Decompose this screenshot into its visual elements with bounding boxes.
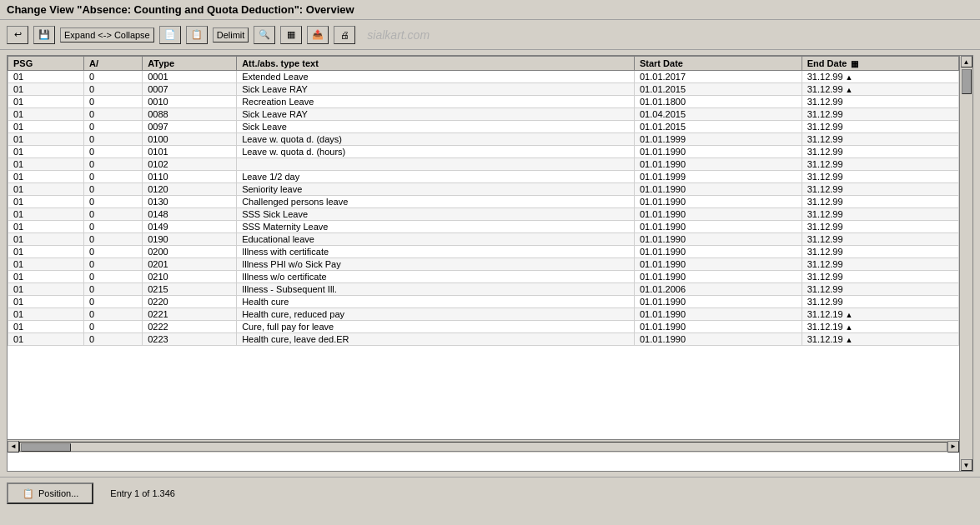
cell-text: Challenged persons leave [237,196,635,208]
undo-button[interactable]: ↩ [7,26,28,44]
cell-start: 01.01.1990 [634,221,802,233]
table-row[interactable]: 0100215Illness - Subsequent Ill.01.01.20… [8,283,959,296]
cell-text: Cure, full pay for leave [237,321,635,333]
cell-aa: 0 [83,83,142,96]
scroll-thumb[interactable] [962,69,972,94]
horiz-scroll-track[interactable] [19,442,947,452]
table-row[interactable]: 0100120Seniority leave01.01.199031.12.99 [8,183,959,196]
tool-btn-3[interactable]: 📤 [307,26,329,44]
tool-btn-4[interactable]: 🖨 [334,26,355,44]
col-header-aa: A/ [83,57,142,71]
tool-btn-1[interactable]: 🔍 [254,26,275,44]
table-row[interactable]: 0100088Sick Leave RAY01.04.201531.12.99 [8,108,959,121]
cell-aa: 0 [83,308,142,321]
copy-button[interactable]: 📄 [159,26,181,44]
cell-text: Health cure, reduced pay [237,308,635,321]
table-row[interactable]: 0100148SSS Sick Leave01.01.199031.12.99 [8,208,959,221]
table-row[interactable]: 010010201.01.199031.12.99 [8,158,959,171]
cell-end: 31.12.19 ▲ [802,321,958,333]
copy-icon: 📄 [163,28,177,42]
cell-aa: 0 [83,183,142,196]
cell-atype: 0088 [143,108,237,121]
cell-atype: 0120 [143,183,237,196]
cell-start: 01.01.1990 [634,196,802,208]
paste-button[interactable]: 📋 [186,26,208,44]
table-row[interactable]: 0100130Challenged persons leave01.01.199… [8,196,959,208]
table-row[interactable]: 0100201Illness PHI w/o Sick Pay01.01.199… [8,258,959,271]
table-row[interactable]: 0100221Health cure, reduced pay01.01.199… [8,308,959,321]
cell-start: 01.04.2015 [634,108,802,121]
cell-text: Illness w/o certificate [237,271,635,283]
cell-atype: 0220 [143,296,237,308]
cell-text: Leave 1/2 day [237,171,635,183]
table-row[interactable]: 0100210Illness w/o certificate01.01.1990… [8,271,959,283]
table-row[interactable]: 0100100Leave w. quota d. (days)01.01.199… [8,133,959,146]
cell-end: 31.12.99 [802,158,958,171]
table-row[interactable]: 0100200Illness with certificate01.01.199… [8,246,959,258]
table-row[interactable]: 0100097Sick Leave01.01.201531.12.99 [8,121,959,133]
table-row[interactable]: 0100110Leave 1/2 day01.01.199931.12.99 [8,171,959,183]
table-row[interactable]: 0100010Recreation Leave01.01.180031.12.9… [8,96,959,108]
table-row[interactable]: 0100223Health cure, leave ded.ER01.01.19… [8,333,959,346]
table-row[interactable]: 0100001Extended Leave01.01.201731.12.99 … [8,71,959,83]
cell-psg: 01 [8,208,84,221]
cell-end: 31.12.99 [802,121,958,133]
cell-text: Illness - Subsequent Ill. [237,283,635,296]
cell-start: 01.01.1800 [634,96,802,108]
cell-atype: 0097 [143,121,237,133]
save-icon: 💾 [38,28,51,42]
expand-collapse-button[interactable]: Expand <-> Collapse [60,28,154,42]
cell-start: 01.01.2017 [634,71,802,83]
cell-start: 01.01.1990 [634,271,802,283]
toolbar: ↩ 💾 Expand <-> Collapse 📄 📋 Delimit 🔍 ▦ … [0,20,980,50]
cell-text: Extended Leave [237,71,635,83]
cell-aa: 0 [83,258,142,271]
vertical-scrollbar[interactable]: ▲ ▼ [959,56,972,471]
position-btn-label: Position... [38,488,78,498]
cell-end: 31.12.99 [802,133,958,146]
print-icon: 🖨 [338,28,351,42]
table-body: 0100001Extended Leave01.01.201731.12.99 … [8,71,959,346]
cell-psg: 01 [8,108,84,121]
data-table: PSG A/ AType Att./abs. type text Start D… [8,56,959,346]
table-row[interactable]: 0100190Educational leave01.01.199031.12.… [8,233,959,246]
scroll-right-button[interactable]: ► [947,441,959,452]
cell-atype: 0210 [143,271,237,283]
position-button[interactable]: 📋 Position... [7,482,93,504]
tool-btn-2[interactable]: ▦ [280,26,302,44]
scroll-down-button[interactable]: ▼ [961,459,972,471]
table-row[interactable]: 0100101Leave w. quota d. (hours)01.01.19… [8,146,959,158]
title-bar: Change View "Absence: Counting and Quota… [0,0,980,20]
cell-aa: 0 [83,146,142,158]
table-row[interactable]: 0100220Health cure01.01.199031.12.99 [8,296,959,308]
paste-icon: 📋 [190,28,204,42]
cell-aa: 0 [83,158,142,171]
cell-atype: 0110 [143,171,237,183]
scroll-up-button[interactable]: ▲ [961,56,972,68]
bottom-bar: 📋 Position... Entry 1 of 1.346 [0,477,980,509]
cell-end: 31.12.19 ▲ [802,333,958,346]
cell-aa: 0 [83,71,142,83]
delimit-button[interactable]: Delimit [213,28,249,42]
cell-atype: 0190 [143,233,237,246]
horizontal-scrollbar[interactable]: ◄ ► [8,439,959,452]
cell-end: 31.12.99 [802,196,958,208]
scroll-left-button[interactable]: ◄ [8,441,19,452]
cell-aa: 0 [83,108,142,121]
delimit-label: Delimit [217,30,245,40]
table-row[interactable]: 0100149SSS Maternity Leave01.01.199031.1… [8,221,959,233]
cell-text: SSS Sick Leave [237,208,635,221]
cell-psg: 01 [8,133,84,146]
table-row[interactable]: 0100222Cure, full pay for leave01.01.199… [8,321,959,333]
cell-atype: 0221 [143,308,237,321]
cell-psg: 01 [8,221,84,233]
scroll-indicator-icon: ▦ [851,59,858,68]
cell-atype: 0223 [143,333,237,346]
cell-psg: 01 [8,196,84,208]
table-row[interactable]: 0100007Sick Leave RAY01.01.201531.12.99 … [8,83,959,96]
table-container[interactable]: PSG A/ AType Att./abs. type text Start D… [8,56,959,439]
cell-aa: 0 [83,221,142,233]
entry-count: Entry 1 of 1.346 [110,488,175,498]
save-button[interactable]: 💾 [33,26,55,44]
cell-atype: 0215 [143,283,237,296]
